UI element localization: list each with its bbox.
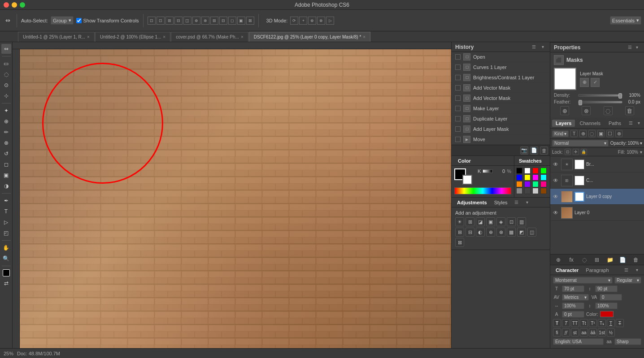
char-collapse-btn[interactable]: ▾	[633, 267, 640, 274]
dodge-tool[interactable]: ◑	[1, 181, 11, 191]
props-menu-btn[interactable]: ☰	[626, 44, 633, 51]
layers-tab-channels[interactable]: Channels	[576, 120, 604, 127]
adj-bw-icon[interactable]: ▥	[517, 217, 526, 226]
layers-adj-btn[interactable]: ⊞	[593, 256, 601, 264]
swatch-14[interactable]	[532, 188, 539, 194]
swatch-0[interactable]	[516, 168, 522, 174]
history-delete-btn[interactable]: 🗑	[540, 147, 548, 155]
adj-posterize-icon[interactable]: ⊗	[496, 228, 505, 237]
layer-vis-1[interactable]: 👁	[552, 177, 559, 184]
layers-filter-vector[interactable]: ▣	[597, 130, 605, 137]
text-color-swatch[interactable]	[600, 311, 614, 317]
workspace-dropdown[interactable]: Essentials ▾	[610, 16, 641, 25]
blend-mode-dropdown[interactable]: Normal ▾	[552, 140, 609, 147]
layer-row-0[interactable]: 👁 ☀ Br...	[550, 156, 644, 173]
background-color[interactable]	[462, 175, 472, 185]
3d-icon-2[interactable]: +	[299, 17, 307, 25]
layer-row-2[interactable]: 👁 Layer 0 copy	[550, 189, 644, 205]
swatch-11[interactable]	[540, 181, 547, 187]
history-menu-btn[interactable]: ☰	[530, 43, 537, 51]
font-style-dropdown[interactable]: Regular ▾	[614, 277, 641, 284]
layers-filter-toggle[interactable]: ⊗	[615, 130, 622, 137]
tracking-field[interactable]: 0	[600, 294, 622, 301]
move-tool-icon[interactable]: ⇔	[3, 16, 13, 26]
hand-tool[interactable]: ✋	[1, 243, 11, 253]
transform-icon-12[interactable]: ⊠	[246, 17, 254, 25]
transform-icon-10[interactable]: ◻	[228, 17, 236, 25]
layers-filter-type[interactable]: T	[570, 130, 578, 137]
fg-color-swatch[interactable]	[3, 269, 10, 276]
clone-stamp-tool[interactable]: ⊗	[1, 138, 11, 148]
fg-bg-toggle[interactable]: ⇄	[1, 278, 11, 288]
transform-icon-1[interactable]: ⊡	[148, 17, 156, 25]
swatch-1[interactable]	[524, 168, 531, 174]
lig-frac[interactable]: ½	[607, 328, 615, 336]
color-spectrum[interactable]	[454, 187, 511, 194]
char-menu-btn[interactable]: ☰	[622, 267, 630, 274]
history-brush-tool[interactable]: ↺	[1, 149, 11, 159]
lock-pixels-icon[interactable]: ⊡	[565, 149, 571, 155]
mask-invert-icon[interactable]: ⊗	[582, 106, 591, 115]
font-family-dropdown[interactable]: Montserrat ▾	[553, 277, 613, 284]
font-size-field[interactable]: 70 pt	[562, 285, 584, 292]
layers-filter-smart[interactable]: ☐	[606, 130, 614, 137]
path-select-tool[interactable]: ▷	[1, 217, 11, 227]
close-button[interactable]	[4, 2, 9, 8]
history-item-4[interactable]: ☐ Add Vector Mask	[452, 93, 550, 104]
adj-threshold-icon[interactable]: ▦	[507, 228, 516, 237]
layer-row-1[interactable]: 👁 ⊞ C...	[550, 173, 644, 189]
adj-tab-adjustments[interactable]: Adjustments	[455, 200, 489, 205]
marquee-tool[interactable]: ▭	[1, 59, 11, 69]
3d-icon-5[interactable]: ▷	[326, 17, 334, 25]
brush-tool[interactable]: ✏	[1, 127, 11, 137]
lig-ffi[interactable]: 𝑓𝑓	[562, 328, 570, 336]
swatch-7[interactable]	[540, 174, 547, 181]
char-tab-character[interactable]: Character	[554, 267, 580, 273]
minimize-button[interactable]	[12, 2, 17, 8]
swatch-13[interactable]	[524, 188, 531, 194]
fmt-underline[interactable]: T	[607, 319, 615, 327]
feather-handle[interactable]	[579, 100, 582, 105]
swatch-2[interactable]	[532, 168, 539, 174]
transform-icon-7[interactable]: ⊗	[201, 17, 209, 25]
lig-fi[interactable]: fi	[553, 328, 561, 336]
transform-icon-5[interactable]: ◫	[183, 17, 191, 25]
swatch-4[interactable]	[516, 174, 522, 181]
tab-1[interactable]: Untitled-2 @ 100% (Ellipse 1... ×	[95, 32, 170, 42]
adj-colorlookup-icon[interactable]: ◐	[476, 228, 485, 237]
layers-menu-btn[interactable]: ☰	[627, 120, 634, 127]
density-handle[interactable]	[618, 93, 622, 99]
adj-tab-styles[interactable]: Styles	[492, 200, 509, 205]
crop-tool[interactable]: ⊹	[1, 91, 11, 101]
layers-new-btn[interactable]: 📄	[619, 256, 627, 264]
canvas-area[interactable]	[13, 42, 451, 348]
show-transform-checkbox[interactable]	[76, 18, 82, 23]
fmt-sub[interactable]: T₁	[598, 319, 606, 327]
language-dropdown[interactable]: English: USA	[553, 338, 604, 345]
lig-aa[interactable]: aa	[580, 328, 588, 336]
3d-icon-4[interactable]: ⊗	[317, 17, 325, 25]
history-item-0[interactable]: ☐ Open	[452, 52, 550, 62]
layers-group-btn[interactable]: 📁	[606, 256, 614, 264]
lig-aa2[interactable]: āā	[589, 328, 597, 336]
props-collapse-btn[interactable]: ▾	[633, 44, 640, 51]
transform-icon-3[interactable]: ⊞	[165, 17, 174, 25]
history-item-8[interactable]: ▶ Move	[452, 134, 550, 145]
swatch-10[interactable]	[532, 181, 539, 187]
fmt-smallcaps[interactable]: Tt	[580, 319, 588, 327]
color-tab[interactable]: Color	[455, 158, 474, 164]
swatch-12[interactable]	[516, 188, 522, 194]
tab-0[interactable]: Untitled-1 @ 25% (Layer 1, R... ×	[18, 32, 95, 42]
tab-2[interactable]: cover.psd @ 66.7% (Make Ph... ×	[171, 32, 248, 42]
layers-filter-adj[interactable]: ⊕	[579, 130, 587, 137]
sharp-dropdown[interactable]: Sharp	[614, 338, 641, 345]
mask-delete-icon[interactable]: 🗑	[625, 106, 634, 115]
canvas-content[interactable]	[20, 49, 451, 348]
swatches-tab[interactable]: Swatches	[516, 158, 544, 164]
transform-icon-11[interactable]: ▣	[237, 17, 245, 25]
history-item-3[interactable]: ☐ Add Vector Mask	[452, 83, 550, 93]
eyedropper-tool[interactable]: ✦	[1, 106, 11, 116]
maximize-button[interactable]	[20, 2, 25, 8]
history-item-6[interactable]: ☐ Duplicate Layer	[452, 114, 550, 124]
move-tool[interactable]: ⇔	[1, 44, 11, 54]
